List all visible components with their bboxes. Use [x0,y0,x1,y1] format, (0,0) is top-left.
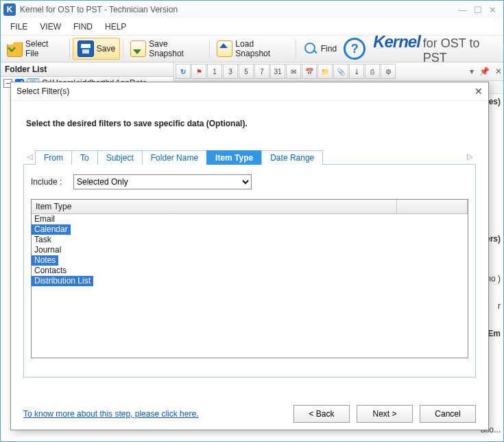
tab-from[interactable]: From [35,150,72,165]
tab-content: Include : Selected Only Item Type EmailC… [23,165,476,377]
save-snapshot-icon [130,40,146,57]
tab-scroll-right-icon[interactable]: ▷ [464,152,476,161]
load-snapshot-label: Load Snapshot [235,39,288,58]
toolbar-separator [209,39,210,58]
window-controls: — ☐ ✕ [458,5,501,14]
list-item[interactable]: Distribution List [32,276,93,286]
dialog-footer: To know more about this step, please cli… [23,405,476,423]
menu-view[interactable]: VIEW [34,21,67,33]
toolbar-separator [296,39,296,58]
tab-item-type[interactable]: Item Type [206,150,262,165]
menu-file[interactable]: FILE [5,21,33,33]
maximize-button[interactable]: ☐ [474,5,482,14]
list-item[interactable]: Task [32,235,54,244]
load-snapshot-icon [217,40,232,57]
tab-folder-name[interactable]: Folder Name [142,150,207,165]
folder-list-header: Folder List [1,62,173,77]
app-icon [3,3,16,16]
panel-close-icon[interactable]: ✕ [495,67,502,76]
title-bar: Kernel for OST to PST - Technician Versi… [1,1,503,19]
mail-icon[interactable]: ✉ [286,64,301,79]
find-button[interactable]: Find [299,39,341,58]
grid-toolbar: ↻ ⚑ 1 3 5 7 31 ✉ 📅 📁 📎 ⤓ ⎙ ⚙ ▾ 📌 ✕ [174,62,503,81]
refresh-icon[interactable]: ↻ [176,64,191,79]
include-row: Include : Selected Only [31,174,468,189]
list-header: Item Type [32,200,468,214]
folder-open-icon [7,40,23,57]
help-brand-button[interactable]: ? [342,36,370,62]
date-filter-7-icon[interactable]: 7 [254,64,269,79]
tab-to[interactable]: To [71,150,98,165]
save-icon [77,40,94,57]
minimize-button[interactable]: — [458,5,467,14]
list-item[interactable]: Notes [32,255,58,266]
dialog-title-bar: Select Filter(s) ✕ [11,82,488,101]
brand-suffix: for OST to PST [423,36,502,65]
panel-dropdown-icon[interactable]: ▾ [470,67,474,76]
help-icon: ? [344,38,365,60]
select-filters-dialog: Select Filter(s) ✕ Select the desired fi… [10,82,489,430]
tab-subject[interactable]: Subject [97,150,143,165]
date-filter-3-icon[interactable]: 3 [223,64,238,79]
save-snapshot-label: Save Snapshot [149,39,202,58]
export-icon[interactable]: ⤓ [349,64,364,79]
close-button[interactable]: ✕ [489,5,496,14]
date-filter-31-icon[interactable]: 31 [270,64,285,79]
print-icon[interactable]: ⎙ [365,64,380,79]
select-file-button[interactable]: Select File [3,37,67,60]
folder-list-title: Folder List [5,65,47,74]
calendar-icon[interactable]: 📅 [302,64,317,79]
find-icon [303,41,318,56]
brand-logo: Kernel for OST to PST [373,32,502,65]
tab-scroll-left-icon[interactable]: ◁ [23,152,36,161]
filter-tabstrip: ◁ From To Subject Folder Name Item Type … [23,149,476,165]
back-button[interactable]: < Back [293,405,350,423]
column-item-type[interactable]: Item Type [32,200,397,213]
dialog-instruction: Select the desired filters to save speci… [26,119,476,128]
find-label: Find [321,44,337,54]
help-link[interactable]: To know more about this step, please cli… [23,409,198,419]
date-filter-1-icon[interactable]: 1 [207,64,222,79]
dialog-close-icon[interactable]: ✕ [475,86,483,97]
list-item[interactable]: Email [32,214,58,224]
panel-pin-icon[interactable]: 📌 [479,67,490,76]
cancel-button[interactable]: Cancel [420,405,476,423]
item-type-list[interactable]: Item Type EmailCalendarTaskJournalNotesC… [31,199,468,358]
settings-icon[interactable]: ⚙ [381,64,396,79]
save-button[interactable]: Save [73,38,120,60]
list-item[interactable]: Calendar [32,224,71,235]
brand-name: Kernel [373,32,420,51]
list-item[interactable]: Contacts [32,266,69,275]
include-label: Include : [31,177,68,187]
menu-help[interactable]: HELP [99,21,132,33]
save-label: Save [97,44,115,54]
select-file-label: Select File [25,39,62,58]
attachment-icon[interactable]: 📎 [333,64,348,79]
list-item[interactable]: Journal [32,245,64,255]
dialog-title: Select Filter(s) [16,86,69,96]
menu-find[interactable]: FIND [68,21,98,33]
flag-icon[interactable]: ⚑ [191,64,206,79]
toolbar-separator [69,39,70,58]
include-dropdown[interactable]: Selected Only [73,174,252,189]
load-snapshot-button[interactable]: Load Snapshot [213,37,293,60]
window-title: Kernel for OST to PST - Technician Versi… [20,5,178,14]
next-button[interactable]: Next > [357,405,413,423]
tab-date-range[interactable]: Date Range [261,150,323,165]
date-filter-5-icon[interactable]: 5 [239,64,254,79]
toolbar-separator [123,39,123,58]
main-toolbar: Select File Save Save Snapshot Load Snap… [1,35,503,62]
folder-icon[interactable]: 📁 [317,64,333,79]
column-spacer [397,200,468,213]
save-snapshot-button[interactable]: Save Snapshot [126,37,206,60]
